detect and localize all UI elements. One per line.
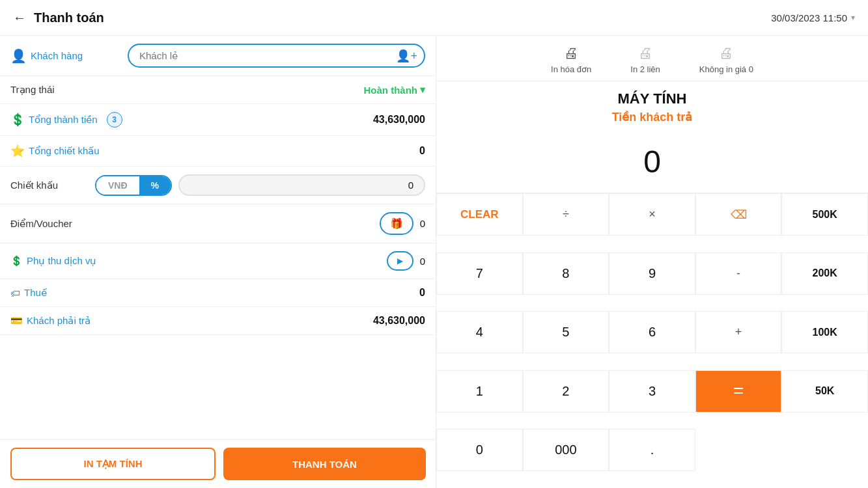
dollar-icon: 💲 — [10, 113, 25, 127]
user-icon: 👤 — [10, 48, 27, 64]
backspace-icon: ⌫ — [731, 208, 747, 222]
num-6-button[interactable]: 6 — [609, 311, 695, 353]
discount-pct-btn[interactable]: % — [139, 176, 171, 195]
calc-display: 0 — [436, 131, 868, 193]
star-icon: ⭐ — [10, 144, 25, 158]
discount-total-row: ⭐ Tổng chiết khấu 0 — [0, 136, 436, 167]
tax-value: 0 — [419, 287, 425, 299]
print2-icon: 🖨 — [638, 45, 652, 62]
tool1-label: In hóa đơn — [551, 64, 591, 74]
header: ← Thanh toán 30/03/2023 11:50 ▾ — [0, 0, 868, 36]
bottom-bar: IN TẠM TÍNH THANH TOÁN — [0, 439, 436, 488]
calc-toolbar: 🖨 In hóa đơn 🖨 In 2 liên 🖨 Không in giá … — [436, 36, 868, 81]
discount-label: Chiết khấu — [10, 180, 89, 191]
discount-vnd-btn[interactable]: VNĐ — [96, 176, 139, 195]
status-row: Trạng thái Hoàn thành ▾ — [0, 76, 436, 104]
tool-no-print-zero[interactable]: 🖨 Không in giá 0 — [699, 45, 753, 74]
voucher-value: 0 — [420, 218, 425, 229]
discount-input[interactable] — [178, 174, 425, 196]
service-icon: 💲 — [10, 255, 23, 267]
left-panel: 👤 Khách hàng 👤+ Trạng thái Hoàn thành ▾ … — [0, 36, 436, 488]
service-label: 💲 Phụ thu dịch vụ — [10, 255, 128, 267]
tool-print-2[interactable]: 🖨 In 2 liên — [630, 45, 660, 74]
status-value[interactable]: Hoàn thành ▾ — [364, 84, 426, 96]
card-icon: 💳 — [10, 315, 23, 327]
tool2-label: In 2 liên — [630, 64, 660, 74]
quick-200k-button[interactable]: 200K — [781, 252, 868, 295]
tool3-label: Không in giá 0 — [699, 64, 753, 74]
due-amount: 43,630,000 — [373, 315, 425, 327]
service-row: 💲 Phụ thu dịch vụ ▶ 0 — [0, 243, 436, 279]
clear-button[interactable]: CLEAR — [436, 193, 523, 236]
customer-input-wrapper: 👤+ — [128, 44, 425, 68]
divide-button[interactable]: ÷ — [523, 193, 609, 236]
page-title: Thanh toán — [34, 10, 104, 25]
printer-icon: 🖨 — [564, 45, 578, 62]
quick-100k-button[interactable]: 100K — [781, 311, 868, 353]
add-customer-icon[interactable]: 👤+ — [396, 49, 417, 63]
dot-button[interactable]: . — [609, 429, 695, 471]
status-label: Trạng thái — [10, 84, 128, 96]
num-9-button[interactable]: 9 — [609, 252, 695, 295]
quick-500k-button[interactable]: 500K — [781, 193, 868, 236]
tool-print-invoice[interactable]: 🖨 In hóa đơn — [551, 45, 591, 74]
pay-button[interactable]: THANH TOÁN — [223, 448, 426, 480]
play-icon: ▶ — [397, 256, 403, 265]
customer-input[interactable] — [128, 44, 425, 68]
num-0-button[interactable]: 0 — [436, 429, 523, 471]
main-content: 👤 Khách hàng 👤+ Trạng thái Hoàn thành ▾ … — [0, 36, 868, 488]
num-3-button[interactable]: 3 — [609, 370, 695, 413]
num-7-button[interactable]: 7 — [436, 252, 523, 295]
datetime-chevron-icon: ▾ — [851, 13, 855, 22]
total-label: 💲 Tổng thành tiền 3 — [10, 112, 128, 128]
voucher-row: Điểm/Voucher 🎁 0 — [0, 204, 436, 243]
service-value: 0 — [420, 256, 425, 267]
voucher-label: Điểm/Voucher — [10, 218, 128, 230]
discount-toggle: VNĐ % — [95, 175, 172, 196]
num-1-button[interactable]: 1 — [436, 370, 523, 413]
equals-button[interactable]: = — [695, 370, 782, 413]
total-row: 💲 Tổng thành tiền 3 43,630,000 — [0, 104, 436, 136]
header-left: ← Thanh toán — [13, 10, 104, 25]
customer-row: 👤 Khách hàng 👤+ — [0, 36, 436, 76]
customer-label: 👤 Khách hàng — [10, 48, 128, 64]
calc-subtitle: Tiền khách trả — [436, 110, 868, 131]
discount-total-label: ⭐ Tổng chiết khấu — [10, 144, 128, 158]
tag-icon: 🏷 — [10, 288, 20, 299]
due-label: 💳 Khách phải trả — [10, 315, 128, 327]
plus-button[interactable]: + — [695, 311, 782, 353]
calc-title: MÁY TÍNH — [436, 81, 868, 110]
gift-icon: 🎁 — [390, 217, 403, 230]
total-badge: 3 — [107, 112, 122, 128]
discount-total-value: 0 — [419, 145, 425, 157]
header-datetime: 30/03/2023 11:50 ▾ — [771, 12, 855, 23]
due-row: 💳 Khách phải trả 43,630,000 — [0, 307, 436, 335]
num-8-button[interactable]: 8 — [523, 252, 609, 295]
backspace-button[interactable]: ⌫ — [695, 193, 782, 236]
multiply-button[interactable]: × — [609, 193, 695, 236]
noprintzero-icon: 🖨 — [719, 45, 733, 62]
tax-row: 🏷 Thuế 0 — [0, 279, 436, 307]
back-button[interactable]: ← — [13, 10, 26, 25]
status-chevron-icon: ▾ — [420, 84, 425, 96]
minus-button[interactable]: - — [695, 252, 782, 295]
quick-50k-button[interactable]: 50K — [781, 370, 868, 413]
tax-label: 🏷 Thuế — [10, 287, 128, 299]
num-2-button[interactable]: 2 — [523, 370, 609, 413]
datetime-label: 30/03/2023 11:50 — [771, 12, 847, 23]
calc-grid: CLEAR ÷ × ⌫ 500K 7 8 9 - 200K 4 5 6 + 10… — [436, 193, 868, 488]
discount-row: Chiết khấu VNĐ % — [0, 167, 436, 204]
print-button[interactable]: IN TẠM TÍNH — [10, 448, 216, 480]
service-play-btn[interactable]: ▶ — [387, 251, 413, 271]
num-4-button[interactable]: 4 — [436, 311, 523, 353]
voucher-button[interactable]: 🎁 — [380, 212, 413, 235]
num-000-button[interactable]: 000 — [523, 429, 609, 471]
total-amount: 43,630,000 — [373, 114, 425, 126]
num-5-button[interactable]: 5 — [523, 311, 609, 353]
right-panel: 🖨 In hóa đơn 🖨 In 2 liên 🖨 Không in giá … — [436, 36, 868, 488]
